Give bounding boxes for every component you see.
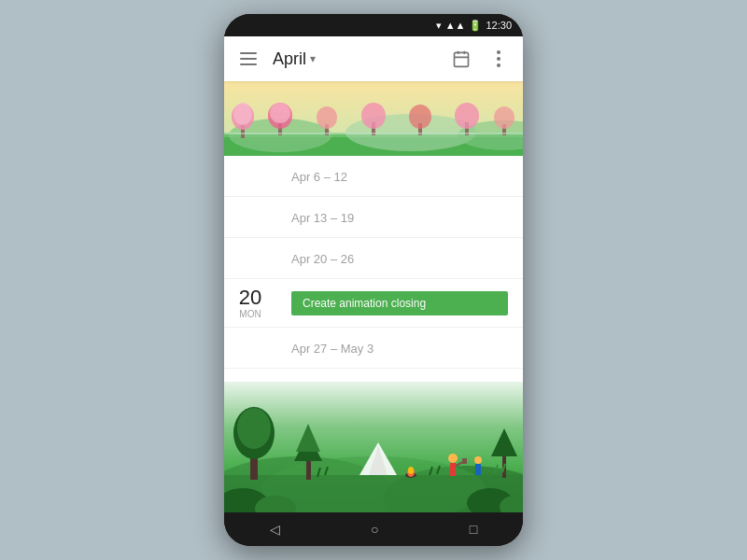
nav-bar: ◁ ○ □	[224, 512, 523, 546]
more-options-icon-button[interactable]	[482, 42, 515, 76]
month-label: April	[273, 49, 306, 69]
week-range-col: Apr 20 – 26	[276, 241, 523, 276]
svg-point-5	[497, 57, 500, 61]
battery-icon: 🔋	[469, 20, 482, 32]
week-range-col: Apr 13 – 19	[276, 200, 523, 235]
day-name: Mon	[239, 309, 261, 319]
svg-point-15	[233, 103, 252, 125]
week-row: Apr 13 – 19	[224, 197, 523, 238]
recents-button[interactable]: □	[455, 516, 492, 542]
event-col: Create animation closing	[276, 282, 523, 325]
week-range-col: Apr 6 – 12	[276, 159, 523, 194]
week-date-col	[224, 255, 276, 262]
svg-rect-51	[475, 464, 481, 475]
app-content: April ▾	[224, 36, 523, 512]
phone-frame: ▾ ▲▲ 🔋 12:30 April ▾	[224, 14, 523, 546]
week-row: Apr 27 – May 3	[224, 328, 523, 369]
week-range-label: Apr 27 – May 3	[291, 342, 374, 356]
svg-point-4	[497, 50, 500, 54]
calendar-icon-button[interactable]	[444, 42, 478, 76]
home-button[interactable]: ○	[356, 516, 393, 542]
svg-point-45	[408, 467, 414, 474]
signal-icon: ▲▲	[445, 20, 466, 31]
svg-point-26	[455, 103, 479, 129]
svg-point-28	[494, 106, 514, 129]
week-range-label: Apr 6 – 12	[291, 170, 347, 184]
spring-banner	[224, 81, 523, 156]
toolbar: April ▾	[224, 36, 523, 81]
recents-icon: □	[470, 522, 477, 537]
menu-icon[interactable]	[232, 42, 265, 76]
week-row: Apr 6 – 12	[224, 156, 523, 197]
wifi-icon: ▾	[436, 20, 442, 32]
spring-illustration	[224, 81, 523, 156]
svg-rect-47	[450, 463, 456, 476]
back-button[interactable]: ◁	[255, 516, 295, 542]
back-icon: ◁	[270, 522, 280, 537]
home-icon: ○	[371, 522, 378, 537]
event-day-col: 20 Mon	[224, 284, 276, 323]
svg-point-46	[448, 454, 458, 463]
week-range-col: Apr 27 – May 3	[276, 330, 523, 366]
svg-point-6	[497, 63, 500, 67]
svg-point-50	[474, 456, 482, 464]
week-date-col	[224, 173, 276, 180]
svg-point-18	[270, 103, 290, 123]
event-week-row: 20 Mon Create animation closing	[224, 279, 523, 328]
svg-point-20	[317, 106, 337, 129]
week-date-col	[224, 214, 276, 221]
may-banner: May 2015	[224, 382, 523, 512]
svg-point-22	[361, 103, 386, 129]
svg-rect-0	[455, 52, 469, 66]
event-label: Create animation closing	[303, 297, 426, 310]
week-range-label: Apr 13 – 19	[291, 211, 354, 225]
toolbar-title: April ▾	[273, 49, 316, 69]
svg-point-37	[237, 408, 271, 449]
toolbar-actions	[444, 42, 515, 76]
calendar-list: Apr 6 – 12 Apr 13 – 19 Apr 20 – 26	[224, 156, 523, 382]
day-number: 20	[239, 287, 261, 308]
may-illustration	[224, 382, 523, 512]
status-time: 12:30	[486, 20, 512, 31]
svg-rect-49	[462, 458, 467, 464]
week-range-label: Apr 20 – 26	[291, 252, 354, 266]
dropdown-arrow-icon[interactable]: ▾	[310, 52, 316, 65]
status-bar: ▾ ▲▲ 🔋 12:30	[224, 14, 523, 36]
week-date-col	[224, 344, 276, 352]
week-row: Apr 20 – 26	[224, 238, 523, 279]
event-chip[interactable]: Create animation closing	[291, 291, 508, 315]
svg-point-24	[409, 105, 431, 129]
